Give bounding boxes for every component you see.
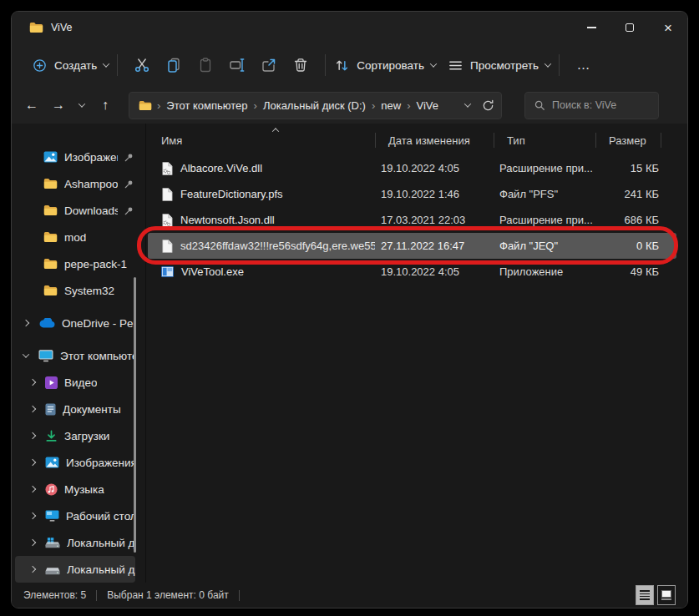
breadcrumb-item-disk-d[interactable]: Локальный диск (D:) <box>260 99 369 112</box>
column-header-type[interactable]: Тип <box>494 127 595 154</box>
chevron-right-icon[interactable] <box>29 379 36 386</box>
status-divider <box>96 590 97 601</box>
file-row-newtonsoft-json-dll[interactable]: Newtonsoft.Json.dll 17.03.2021 22:03 Рас… <box>148 207 676 233</box>
selection-summary: Выбран 1 элемент: 0 байт <box>107 589 229 601</box>
file-row-jeq-selected[interactable]: sd23426ffdaw32!!!re56sdfy64g,ere.we55.je… <box>148 233 676 259</box>
toolbar-divider <box>559 54 560 76</box>
copy-button[interactable] <box>158 50 190 80</box>
address-dropdown-icon[interactable] <box>464 100 471 107</box>
sidebar-item-onedrive[interactable]: OneDrive - Perso <box>15 310 135 336</box>
column-header-name[interactable]: Имя <box>148 127 375 154</box>
more-button[interactable]: … <box>568 50 600 80</box>
chevron-right-icon[interactable] <box>23 320 29 326</box>
chevron-down-icon <box>103 60 109 67</box>
folder-icon <box>136 100 154 111</box>
recent-locations-button[interactable] <box>72 92 92 119</box>
file-icon <box>161 240 173 253</box>
sidebar-item-system32[interactable]: System32 <box>15 277 135 304</box>
chevron-down-icon[interactable] <box>23 351 29 357</box>
sidebar-item-pepe-pack-1[interactable]: pepe-pack-1 <box>15 250 135 277</box>
screenshot-root: ViVe × Создать <box>0 0 699 616</box>
column-header-size[interactable]: Размер <box>595 127 661 154</box>
folder-icon <box>43 204 58 216</box>
chevron-right-icon[interactable] <box>29 459 36 466</box>
toolbar-divider <box>117 54 118 76</box>
forward-icon: → <box>52 98 65 113</box>
sidebar-item-pictures-pinned[interactable]: Изображен <box>15 144 135 170</box>
sidebar-item-documents[interactable]: Документы <box>15 396 135 422</box>
chevron-right-icon[interactable] <box>29 486 36 492</box>
rename-button[interactable] <box>221 50 253 80</box>
sidebar-item-downloads[interactable]: Загрузки <box>15 422 135 449</box>
breadcrumb-item-vive[interactable]: ViVe <box>413 99 442 112</box>
desktop-icon <box>45 510 59 522</box>
search-input[interactable] <box>552 99 644 111</box>
view-button[interactable]: Просмотреть <box>448 58 550 73</box>
back-button[interactable]: ← <box>18 92 45 119</box>
file-row-featuredictionary-pfs[interactable]: FeatureDictionary.pfs 19.10.2022 1:46 Фа… <box>148 181 676 207</box>
file-icon <box>161 188 173 201</box>
up-button[interactable]: ↑ <box>92 92 119 119</box>
breadcrumb-item-this-pc[interactable]: Этот компьютер <box>163 99 251 112</box>
pictures-icon <box>45 457 59 468</box>
forward-button[interactable]: → <box>45 92 72 119</box>
refresh-icon[interactable] <box>482 99 494 112</box>
trash-icon <box>292 57 309 73</box>
sidebar-item-local-disk-c[interactable]: Локальный ди <box>15 529 135 556</box>
sidebar-scrollbar[interactable] <box>134 277 136 553</box>
sidebar-item-ashampoo[interactable]: Ashampoo S <box>15 170 135 197</box>
chevron-right-icon[interactable] <box>29 406 36 412</box>
sidebar-item-local-disk-d[interactable]: Локальный ди <box>15 556 135 583</box>
sidebar-item-desktop[interactable]: Рабочий стол <box>15 502 135 529</box>
breadcrumb[interactable]: › Этот компьютер › Локальный диск (D:) ›… <box>129 92 502 119</box>
navigation-pane: Изображен Ashampoo S Downloads <box>12 124 145 583</box>
maximize-button[interactable] <box>610 12 649 43</box>
paste-button[interactable] <box>190 50 221 80</box>
titlebar: ViVe × <box>12 12 687 43</box>
sidebar-item-video[interactable]: Видео <box>15 369 135 396</box>
explorer-window: ViVe × Создать <box>12 12 687 608</box>
breadcrumb-separator: › <box>251 99 260 112</box>
chevron-right-icon[interactable] <box>29 566 36 573</box>
search-icon <box>534 99 545 111</box>
sidebar-item-music[interactable]: Музыка <box>15 476 135 502</box>
column-header-end <box>661 127 675 154</box>
sidebar-item-mod[interactable]: mod <box>15 224 135 250</box>
delete-button[interactable] <box>285 50 317 80</box>
chevron-down-icon <box>430 60 437 67</box>
folder-icon <box>43 231 58 243</box>
cut-button[interactable] <box>126 50 158 80</box>
cut-icon <box>134 57 150 73</box>
status-bar: Элементов: 5 Выбран 1 элемент: 0 байт <box>12 583 687 608</box>
up-icon: ↑ <box>102 98 109 113</box>
address-bar: ← → ↑ › Этот компьютер › Локальный диск … <box>12 87 687 124</box>
share-button[interactable] <box>253 50 285 80</box>
folder-icon <box>43 285 58 296</box>
breadcrumb-item-new[interactable]: new <box>377 99 404 112</box>
column-header-date[interactable]: Дата изменения <box>375 127 494 154</box>
chevron-right-icon[interactable] <box>29 539 36 546</box>
chevron-right-icon[interactable] <box>29 432 36 439</box>
drive-icon <box>45 564 60 575</box>
thumbnails-view-button[interactable] <box>657 585 676 605</box>
back-icon: ← <box>25 98 38 113</box>
sidebar-item-downloads-pinned[interactable]: Downloads <box>15 197 135 224</box>
onedrive-icon <box>38 318 55 328</box>
close-button[interactable]: × <box>649 12 687 43</box>
command-bar: Создать <box>12 43 687 87</box>
items-count: Элементов: 5 <box>23 589 86 601</box>
share-icon <box>261 57 277 73</box>
file-row-albacore-vive-dll[interactable]: Albacore.ViVe.dll 19.10.2022 4:05 Расшир… <box>148 155 676 181</box>
new-button[interactable]: Создать <box>32 58 109 73</box>
sidebar-item-this-pc[interactable]: Этот компьютер <box>15 342 135 369</box>
main-area: Изображен Ashampoo S Downloads <box>12 124 687 583</box>
sidebar-item-pictures[interactable]: Изображения <box>15 449 135 476</box>
folder-icon <box>43 178 58 189</box>
file-row-vivetool-exe[interactable]: ViVeTool.exe 19.10.2022 4:05 Приложение … <box>148 259 676 285</box>
minimize-button[interactable] <box>572 12 610 43</box>
chevron-right-icon[interactable] <box>29 512 36 519</box>
minimize-icon <box>587 27 596 28</box>
sort-button[interactable]: Сортировать <box>334 58 436 73</box>
file-rows: Albacore.ViVe.dll 19.10.2022 4:05 Расшир… <box>148 155 676 285</box>
details-view-button[interactable] <box>636 585 654 605</box>
